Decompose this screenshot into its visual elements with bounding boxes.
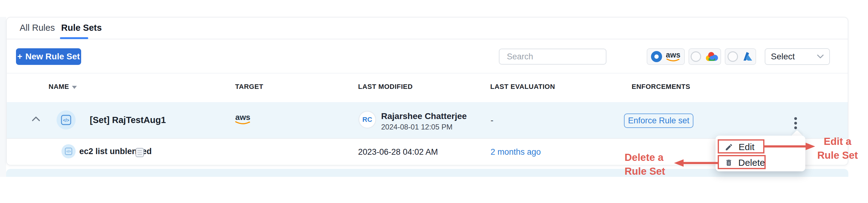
select-dropdown-label: Select bbox=[771, 52, 795, 61]
code-document-icon: </> bbox=[64, 147, 73, 155]
aws-target-logo: aws bbox=[235, 113, 250, 125]
svg-text:</>: </> bbox=[66, 150, 71, 153]
last-evaluation-value: - bbox=[491, 115, 493, 125]
sort-desc-icon bbox=[72, 86, 77, 89]
column-header-name-label: NAME bbox=[49, 83, 69, 91]
provider-filter-aws[interactable]: aws bbox=[647, 48, 685, 65]
annotation-arrow-right-icon bbox=[765, 142, 815, 150]
column-header-enforcements: ENFORCEMENTS bbox=[632, 83, 690, 91]
code-document-icon: </> bbox=[60, 114, 72, 125]
collapse-chevron-up-icon[interactable] bbox=[32, 116, 40, 121]
rule-set-name: [Set] RajTestAug1 bbox=[90, 115, 166, 125]
provider-filter-gcp[interactable] bbox=[688, 48, 721, 65]
toolbar-divider bbox=[7, 73, 848, 74]
rule-icon: </> bbox=[61, 144, 75, 158]
azure-filter-radio bbox=[727, 51, 738, 62]
new-rule-set-button[interactable]: + New Rule Set bbox=[16, 48, 81, 65]
gcp-logo bbox=[705, 51, 719, 62]
aws-smile-icon bbox=[235, 121, 250, 125]
avatar: RC bbox=[359, 111, 376, 128]
column-header-target: TARGET bbox=[235, 83, 264, 91]
tab-all-rules[interactable]: All Rules bbox=[20, 23, 55, 33]
new-rule-set-label: New Rule Set bbox=[25, 52, 80, 61]
annotation-box-delete bbox=[718, 155, 766, 169]
rule-note-icon[interactable] bbox=[135, 148, 144, 157]
annotation-delete-label: Delete a Rule Set bbox=[625, 150, 678, 178]
annotation-edit-label: Edit a Rule Set bbox=[813, 135, 862, 162]
select-dropdown[interactable]: Select bbox=[765, 48, 830, 65]
rule-set-icon: </> bbox=[57, 110, 75, 129]
aws-filter-radio-selected bbox=[651, 51, 662, 62]
gcp-filter-radio bbox=[691, 51, 701, 62]
row-actions-kebab-icon[interactable] bbox=[793, 116, 798, 130]
search-field[interactable] bbox=[499, 49, 607, 65]
provider-filter-azure[interactable] bbox=[725, 48, 756, 65]
annotation-arrow-left-icon bbox=[674, 159, 719, 167]
rule-modified-at: 2023-06-28 04:02 AM bbox=[358, 147, 438, 157]
active-tab-underline bbox=[60, 37, 88, 39]
column-header-last-evaluation: LAST EVALUATION bbox=[490, 83, 555, 91]
rule-sets-page: All Rules Rule Sets + New Rule Set aws bbox=[0, 0, 868, 203]
tabs-divider bbox=[7, 39, 848, 39]
plus-icon: + bbox=[17, 52, 22, 61]
aws-smile-icon bbox=[666, 58, 680, 62]
tab-rule-sets[interactable]: Rule Sets bbox=[61, 23, 102, 33]
rule-last-evaluation-link[interactable]: 2 months ago bbox=[491, 147, 541, 157]
page-gutter bbox=[0, 17, 6, 177]
modified-by-name: Rajarshee Chatterjee bbox=[381, 111, 467, 121]
annotation-box-edit bbox=[718, 139, 765, 153]
aws-logo: aws bbox=[666, 51, 680, 62]
column-header-last-modified: LAST MODIFIED bbox=[358, 83, 413, 91]
search-input[interactable] bbox=[507, 52, 616, 61]
azure-logo bbox=[742, 51, 753, 62]
column-header-name[interactable]: NAME bbox=[49, 83, 77, 91]
svg-text:</>: </> bbox=[63, 118, 69, 123]
enforce-rule-set-button[interactable]: Enforce Rule set bbox=[624, 114, 693, 128]
chevron-down-icon bbox=[817, 54, 824, 59]
modified-at-timestamp: 2024-08-01 12:05 PM bbox=[381, 123, 453, 131]
